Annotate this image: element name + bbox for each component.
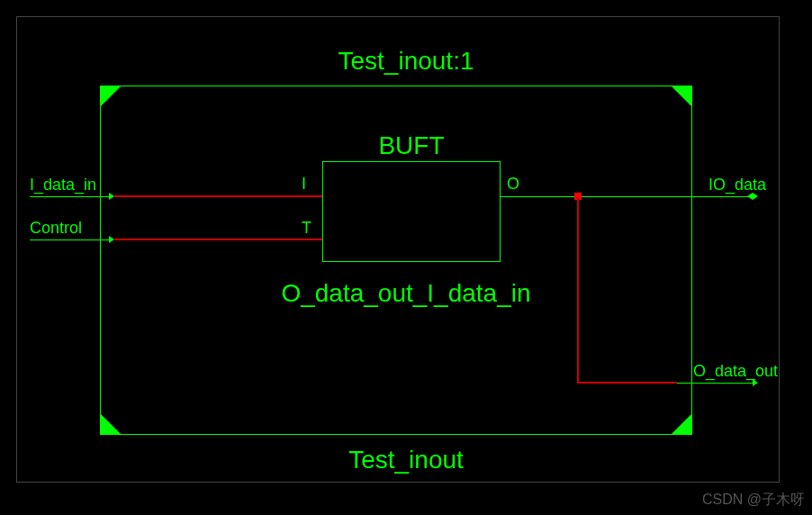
net-control[interactable] xyxy=(114,239,322,240)
buft-cell[interactable] xyxy=(322,161,501,262)
port-label-i-data-in: I_data_in xyxy=(30,176,96,194)
port-stub-o-data-out[interactable] xyxy=(677,383,753,384)
port-stub-i-data-in[interactable] xyxy=(30,196,109,197)
port-label-control: Control xyxy=(30,219,82,238)
corner-triangle-icon xyxy=(101,414,121,434)
buft-port-i: I xyxy=(302,175,306,194)
port-label-o-data-out: O_data_out xyxy=(693,362,778,381)
net-to-o-data-out-v[interactable] xyxy=(577,197,579,384)
buft-type-label: BUFT xyxy=(322,131,501,160)
buft-instance-name: O_data_out_I_data_in xyxy=(0,279,812,308)
port-stub-control[interactable] xyxy=(30,239,109,240)
net-i-data-in[interactable] xyxy=(114,195,322,197)
buft-port-t: T xyxy=(302,219,311,238)
buft-port-o: O xyxy=(507,175,519,194)
corner-triangle-icon xyxy=(101,86,121,106)
net-o-to-io-data[interactable] xyxy=(501,196,753,197)
net-to-o-data-out-h[interactable] xyxy=(577,382,677,384)
component-title: Test_inout xyxy=(0,446,812,474)
corner-triangle-icon xyxy=(672,86,691,106)
instance-title: Test_inout:1 xyxy=(0,47,812,76)
port-label-io-data: IO_data xyxy=(708,176,766,194)
corner-triangle-icon xyxy=(672,414,691,434)
watermark: CSDN @子木呀 xyxy=(702,491,805,510)
